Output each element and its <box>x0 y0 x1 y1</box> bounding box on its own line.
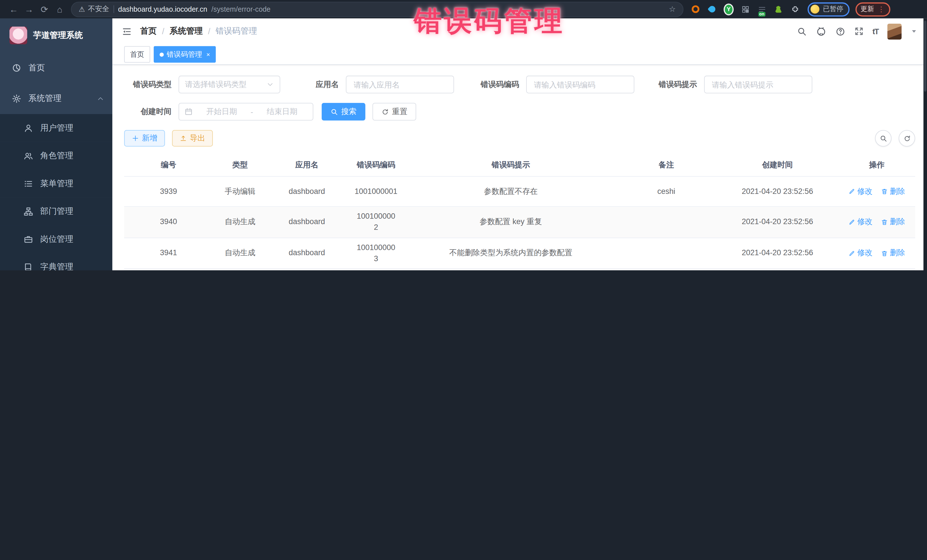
bookmark-star-icon[interactable]: ☆ <box>669 5 676 14</box>
app-title: 芋道管理系统 <box>33 30 83 41</box>
cell-code: 1001000001 <box>346 182 406 201</box>
sidebar-item-system[interactable]: 系统管理 <box>0 83 112 114</box>
font-size-icon[interactable]: tT <box>872 27 878 36</box>
refresh-table-button[interactable] <box>899 130 915 147</box>
filter-row-2: 创建时间 开始日期 - 结束日期 搜索 重置 <box>124 103 915 121</box>
toggle-search-button[interactable] <box>875 130 892 147</box>
address-bar[interactable]: ⚠不安全 dashboard.yudao.iocoder.cn/system/e… <box>71 2 684 17</box>
cell-code: 1001000003 <box>346 238 406 269</box>
breadcrumb-system[interactable]: 系统管理 <box>170 26 203 36</box>
cell-operations: 修改删除 <box>838 243 915 263</box>
sidebar-item-role[interactable]: 角色管理 <box>0 142 112 169</box>
sidebar-collapse-icon[interactable] <box>122 26 132 36</box>
edit-link[interactable]: 修改 <box>848 216 872 228</box>
filter-app-label: 应用名 <box>306 79 339 90</box>
reset-button[interactable]: 重置 <box>372 103 416 121</box>
cell-type: 手动编辑 <box>213 182 267 201</box>
cell-remark: ceshi <box>616 182 716 201</box>
trash-icon <box>881 188 888 195</box>
users-icon <box>24 151 33 161</box>
sidebar-item-dict[interactable]: 字典管理 <box>0 253 112 270</box>
github-icon[interactable] <box>816 26 826 36</box>
browser-toolbar: ← → ⟳ ⌂ ⚠不安全 dashboard.yudao.iocoder.cn/… <box>0 0 927 18</box>
filter-hint-label: 错误码提示 <box>650 79 697 90</box>
cell-type: 自动生成 <box>213 212 267 232</box>
column-header: 错误码编码 <box>346 155 406 175</box>
table-toolbar: 新增 导出 <box>124 130 915 147</box>
extension-yudao-icon[interactable]: Y <box>723 4 734 14</box>
fullscreen-icon[interactable] <box>854 27 863 36</box>
error-type-select[interactable]: 请选择错误码类型 <box>179 76 280 93</box>
extension-orange-icon[interactable] <box>690 4 701 14</box>
browser-profile-chip[interactable]: 已暂停 <box>807 2 849 16</box>
filter-time-label: 创建时间 <box>124 106 172 117</box>
warning-icon: ⚠ <box>79 5 85 14</box>
table-body: 3939手动编辑dashboard1001000001参数配置不存在ceshi2… <box>124 177 915 270</box>
tab-error-code[interactable]: 错误码管理 × <box>154 46 216 63</box>
table-row: 3939手动编辑dashboard1001000001参数配置不存在ceshi2… <box>124 177 915 207</box>
sidebar-item-home[interactable]: 首页 <box>0 52 112 83</box>
search-icon[interactable] <box>797 26 807 36</box>
cell-app: dashboard <box>267 243 346 263</box>
url-path: /system/error-code <box>211 5 271 14</box>
column-header: 错误码提示 <box>406 155 616 175</box>
sidebar-item-dept[interactable]: 部门管理 <box>0 197 112 225</box>
extension-blue-drop-icon[interactable] <box>707 4 717 14</box>
chevron-down-icon[interactable] <box>910 28 918 35</box>
help-icon[interactable] <box>835 26 845 36</box>
sidebar-item-post[interactable]: 岗位管理 <box>0 225 112 253</box>
browser-update-button[interactable]: 更新 ⋮ <box>855 2 890 16</box>
filter-row-1: 错误码类型 请选择错误码类型 应用名 错误码编码 <box>124 76 915 93</box>
cell-app: dashboard <box>267 182 346 201</box>
cell-hint: 不能删除类型为系统内置的参数配置 <box>406 243 616 263</box>
error-hint-input[interactable] <box>711 80 806 90</box>
breadcrumb: 首页 / 系统管理 / 错误码管理 <box>140 26 257 36</box>
add-button[interactable]: 新增 <box>124 130 165 147</box>
browser-menu-kebab-icon[interactable]: ⋮ <box>878 5 885 14</box>
extensions-row: Y on <box>690 4 800 14</box>
app-logo-row[interactable]: 芋道管理系统 <box>0 18 112 52</box>
cell-type: 自动生成 <box>213 243 267 263</box>
trash-icon <box>881 219 888 226</box>
breadcrumb-home[interactable]: 首页 <box>140 26 157 36</box>
app-name-input[interactable] <box>352 80 448 90</box>
export-button[interactable]: 导出 <box>172 130 213 147</box>
close-icon[interactable]: × <box>206 51 210 58</box>
extension-grid-icon[interactable] <box>740 4 750 14</box>
browser-back-icon[interactable]: ← <box>6 4 21 14</box>
extensions-puzzle-icon[interactable] <box>790 4 800 14</box>
extension-green-person-icon[interactable] <box>773 4 783 14</box>
tab-home[interactable]: 首页 <box>124 46 150 63</box>
browser-home-icon[interactable]: ⌂ <box>52 4 67 14</box>
chevron-down-icon <box>267 81 274 88</box>
sidebar-item-menu[interactable]: 菜单管理 <box>0 170 112 197</box>
screen: ← → ⟳ ⌂ ⚠不安全 dashboard.yudao.iocoder.cn/… <box>0 0 927 270</box>
create-time-range-picker[interactable]: 开始日期 - 结束日期 <box>179 103 313 121</box>
edit-link[interactable]: 修改 <box>848 186 872 197</box>
edit-link[interactable]: 修改 <box>848 248 872 259</box>
filter-type-label: 错误码类型 <box>124 79 172 90</box>
browser-forward-icon[interactable]: → <box>21 4 37 14</box>
delete-link[interactable]: 删除 <box>881 248 905 259</box>
page-scrollbar[interactable] <box>924 18 927 270</box>
search-button[interactable]: 搜索 <box>322 103 365 121</box>
sidebar-item-user[interactable]: 用户管理 <box>0 114 112 142</box>
extension-onetab-icon[interactable]: on <box>757 4 767 14</box>
delete-link[interactable]: 删除 <box>881 186 905 197</box>
main-panel: 首页 / 系统管理 / 错误码管理 tT 首页 <box>112 18 927 270</box>
not-secure-indicator[interactable]: ⚠不安全 <box>79 4 109 14</box>
cell-time: 2021-04-20 23:52:56 <box>716 243 838 263</box>
active-dot-icon <box>160 52 164 56</box>
book-icon <box>24 262 33 270</box>
app-name-field-wrap <box>346 76 454 93</box>
sidebar-menu: 首页系统管理用户管理角色管理菜单管理部门管理岗位管理字典管理通知公告审计日志在线… <box>0 52 112 270</box>
dashboard-icon <box>12 63 21 73</box>
delete-link[interactable]: 删除 <box>881 216 905 228</box>
refresh-icon <box>381 108 389 115</box>
column-header: 创建时间 <box>716 155 838 175</box>
error-code-input[interactable] <box>533 80 628 90</box>
url-host: dashboard.yudao.iocoder.cn <box>118 5 207 14</box>
browser-reload-icon[interactable]: ⟳ <box>37 4 52 14</box>
table-header-row: 编号类型应用名错误码编码错误码提示备注创建时间操作 <box>124 154 915 177</box>
user-avatar[interactable] <box>887 23 902 39</box>
